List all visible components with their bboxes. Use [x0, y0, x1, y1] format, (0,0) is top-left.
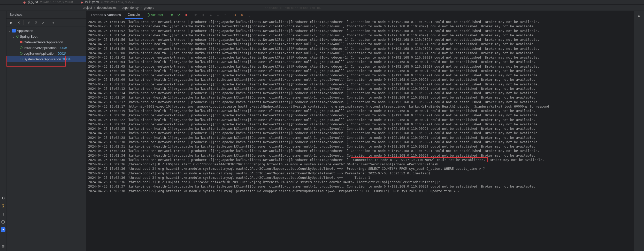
app-icon [12, 29, 16, 33]
log-line: 2024-04-25 15:02:38|[thread-pool-5]|org.… [88, 189, 632, 193]
tree-link[interactable]: :9003/ [58, 46, 67, 50]
pause-icon[interactable]: ⏸ [201, 12, 206, 18]
tree-label: LogServerApplication [24, 52, 56, 55]
add-icon[interactable]: ＋ [50, 20, 56, 26]
log-line: 2024-04-25 15:02:19|[kafka-binder-health… [88, 109, 632, 113]
tree-row[interactable]: GatewayServerApplication [6, 39, 86, 45]
tree-row[interactable]: LogServerApplication :9002/ [6, 51, 86, 56]
chevron-down-icon[interactable] [12, 34, 15, 38]
log-line: 2024-04-25 15:01:57|[kafka-binder-health… [88, 42, 632, 46]
log-line: 2024-04-25 15:02:17|[http-nio-9001-exec-… [88, 104, 632, 109]
log-line: 2024-04-25 15:02:36|[thread-pool-3]|BIZ_… [88, 162, 632, 166]
tree-row[interactable]: SystemServerApplication :9001/ [6, 56, 86, 62]
log-line: 2024-04-25 15:02:36|[kafka-producer-netw… [88, 158, 632, 162]
file-meta: 2024/1/5 16:52, 2.28 kB [40, 1, 73, 4]
log-line: 2024-04-25 15:01:59|[kafka-producer-netw… [88, 46, 632, 51]
breadcrumb-part[interactable]: dependencies [97, 6, 117, 10]
file-icon: ◆ [23, 1, 26, 4]
app-icon [16, 35, 19, 38]
log-line: 2024-04-25 15:02:11|[kafka-producer-netw… [88, 82, 632, 86]
log-line: 2024-04-25 15:02:06|[kafka-binder-health… [88, 69, 632, 73]
filter-icon[interactable]: ▽ [33, 20, 39, 26]
log-line: 2024-04-25 15:02:00|[kafka-binder-health… [88, 51, 632, 55]
tree-link[interactable]: :9001/ [62, 57, 71, 61]
console-tabs: Threads & Variables Console Actuator ↻ ⟳… [87, 11, 634, 19]
tree-row[interactable]: Application [6, 28, 86, 34]
log-line: 2024-04-25 15:02:37|[kafka-binder-health… [88, 184, 632, 189]
tree-icon[interactable]: ⑂ [26, 20, 32, 26]
file-entry[interactable]: ◆ 线上.yaml 2023/8/23 17:59, 3.25 kB [81, 0, 135, 4]
settings-icon[interactable]: ⚙ [636, 13, 642, 19]
divider [48, 20, 48, 25]
log-line: 2024-04-25 15:02:36|[thread-pool-3]|org.… [88, 171, 632, 175]
tab-actuator[interactable]: Actuator [144, 11, 166, 19]
more-icon[interactable]: ⋮ [247, 12, 252, 18]
step-out-icon[interactable]: ↳ [215, 12, 221, 18]
tree-label: InfraServerApplication [24, 46, 57, 50]
log-line: 2024-04-25 15:02:36|[thread-pool-3]|org.… [88, 175, 632, 180]
stop-icon[interactable]: ■ [183, 12, 189, 18]
log-line: 2024-04-25 15:02:12|[kafka-binder-health… [88, 86, 632, 91]
console-log[interactable]: 2024-04-25 15:01:49|[kafka-producer-netw… [87, 19, 634, 251]
log-line: 2024-04-25 15:01:56|[kafka-producer-netw… [88, 37, 632, 42]
step-over-icon[interactable]: ⫸ [193, 12, 199, 18]
app-icon [20, 52, 22, 55]
tree-row[interactable]: Spring Boot [6, 34, 86, 39]
log-line: 2024-04-25 15:02:22|[kafka-binder-health… [88, 118, 632, 122]
tree-link[interactable]: :9002/ [57, 52, 66, 55]
tab-threads[interactable]: Threads & Variables [88, 11, 124, 19]
chevron-right-icon: › [119, 6, 120, 10]
breadcrumb-part[interactable]: dependency [122, 6, 139, 10]
log-line: 2024-04-25 15:01:52|[kafka-producer-netw… [88, 29, 632, 33]
rerun-alt-icon[interactable]: ⟳ [176, 12, 182, 18]
chevron-right-icon: › [141, 6, 142, 10]
log-line: 2024-04-25 15:02:36|[thread-pool-3]|org.… [88, 166, 632, 171]
text-icon[interactable]: T [1, 236, 5, 240]
close-icon[interactable]: ✕ [16, 20, 21, 26]
log-line: 2024-04-25 15:02:25|[kafka-binder-health… [88, 126, 632, 131]
tree-label: Spring Boot [20, 35, 37, 38]
chevron-down-icon[interactable] [8, 29, 11, 33]
assist-icon[interactable]: ✦ [1, 227, 5, 232]
log-line: 2024-04-25 15:02:17|[kafka-producer-netw… [88, 100, 632, 104]
tab-console[interactable]: Console [125, 11, 143, 19]
actuator-label: Actuator [151, 13, 163, 17]
tree-label: SystemServerApplication [24, 57, 61, 61]
log-line: 2024-04-25 15:02:02|[kafka-producer-netw… [88, 55, 632, 60]
file-name: 提交.txt [28, 0, 38, 4]
services-toolbar: ▶ ✕ ⑂ ▽ ⤢ ＋ [6, 19, 86, 27]
expand-icon[interactable]: ⤢ [40, 20, 46, 26]
file-entry[interactable]: ◆ 提交.txt 2024/1/5 16:52, 2.28 kB [23, 0, 73, 4]
log-line: 2024-04-25 15:02:14|[kafka-producer-netw… [88, 91, 632, 95]
stop-icon[interactable]: ▶ [9, 20, 14, 26]
minus-circle-icon[interactable] [1, 220, 5, 224]
app-icon [20, 58, 22, 60]
log-line: 2024-04-25 15:01:49|[kafka-producer-netw… [88, 20, 632, 24]
rerun-icon[interactable]: ↻ [169, 12, 175, 18]
log-line: 2024-04-25 15:02:34|[kafka-binder-health… [88, 153, 632, 158]
structure-icon[interactable]: ⊞ [1, 244, 5, 248]
log-line: 2024-04-25 15:01:51|[kafka-binder-health… [88, 24, 632, 28]
recent-icon[interactable]: ◐ [1, 195, 5, 200]
services-panel: Services ▶ ✕ ⑂ ▽ ⤢ ＋ ApplicationSpring B… [6, 11, 87, 251]
log-line: 2024-04-25 15:02:05|[kafka-producer-netw… [88, 64, 632, 69]
step-into-icon[interactable]: ↴ [208, 12, 213, 18]
trace-icon[interactable]: » [239, 12, 245, 18]
evaluate-icon[interactable]: ⊙ [232, 12, 238, 18]
log-line: 2024-04-25 15:02:04|[kafka-binder-health… [88, 60, 632, 64]
breadcrumb: project › dependencies › dependency › gr… [0, 5, 644, 11]
log-line: 2024-04-25 15:02:16|[kafka-binder-health… [88, 95, 632, 100]
bookmark-icon[interactable]: ⫿ [1, 212, 5, 216]
actuator-icon [147, 13, 150, 17]
step-up-icon[interactable]: ↑ [222, 12, 228, 18]
log-line: 2024-04-25 15:02:31|[kafka-binder-health… [88, 144, 632, 149]
tree-row[interactable]: InfraServerApplication :9003/ [6, 45, 86, 51]
file-meta: 2023/8/23 17:59, 3.25 kB [101, 1, 135, 4]
database-icon[interactable]: 🗄 [1, 204, 5, 208]
log-line: 2024-04-25 15:02:27|[kafka-producer-netw… [88, 131, 632, 135]
breadcrumb-part[interactable]: groupId [144, 6, 154, 10]
file-icon: ◆ [81, 1, 83, 4]
log-line: 2024-04-25 15:02:23|[kafka-producer-netw… [88, 122, 632, 126]
log-line: 2024-04-25 15:02:09|[kafka-binder-health… [88, 77, 632, 82]
breadcrumb-part[interactable]: project [83, 6, 92, 10]
